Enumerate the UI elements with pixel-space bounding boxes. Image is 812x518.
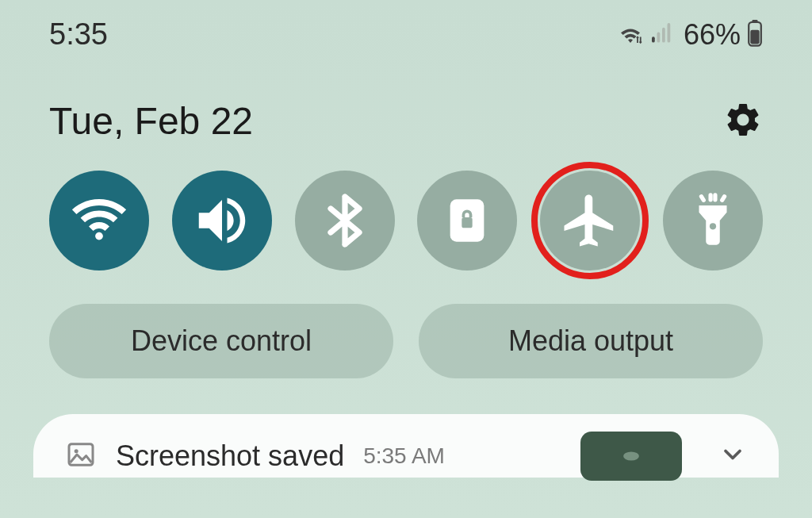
svg-rect-10 — [69, 444, 93, 466]
svg-rect-2 — [662, 27, 665, 42]
date-label: Tue, Feb 22 — [49, 99, 253, 143]
battery-icon — [747, 20, 763, 50]
sound-toggle[interactable] — [172, 171, 272, 271]
date-row: Tue, Feb 22 — [0, 56, 812, 151]
rotation-lock-toggle[interactable] — [417, 171, 517, 271]
svg-rect-1 — [657, 32, 660, 42]
svg-rect-3 — [667, 23, 670, 43]
svg-point-12 — [623, 452, 639, 461]
notification-time: 5:35 AM — [363, 443, 445, 469]
wifi-toggle[interactable] — [49, 171, 149, 271]
notification-title: Screenshot saved — [116, 439, 344, 473]
status-bar: 5:35 66% — [0, 0, 812, 56]
wifi-status-icon — [615, 21, 645, 48]
notification-thumbnail[interactable] — [580, 432, 682, 481]
battery-percent: 66% — [684, 18, 741, 52]
svg-rect-0 — [652, 36, 655, 42]
airplane-toggle[interactable] — [540, 171, 640, 271]
device-control-button[interactable]: Device control — [49, 304, 393, 378]
svg-rect-6 — [750, 29, 759, 44]
quick-toggles — [0, 151, 812, 271]
image-icon — [65, 439, 97, 474]
notification[interactable]: Screenshot saved 5:35 AM — [33, 414, 779, 478]
svg-rect-8 — [462, 217, 473, 228]
chevron-down-icon[interactable] — [718, 440, 747, 472]
settings-button[interactable] — [723, 100, 763, 143]
status-indicators: 66% — [615, 18, 763, 52]
media-output-button[interactable]: Media output — [419, 304, 763, 378]
signal-icon — [650, 23, 674, 47]
svg-point-9 — [710, 223, 716, 229]
notification-content: Screenshot saved 5:35 AM — [65, 439, 445, 474]
quick-buttons: Device control Media output — [0, 271, 812, 378]
notification-right — [580, 432, 747, 481]
bluetooth-toggle[interactable] — [295, 171, 395, 271]
flashlight-toggle[interactable] — [663, 171, 763, 271]
svg-point-11 — [75, 449, 79, 453]
status-time: 5:35 — [49, 17, 108, 52]
